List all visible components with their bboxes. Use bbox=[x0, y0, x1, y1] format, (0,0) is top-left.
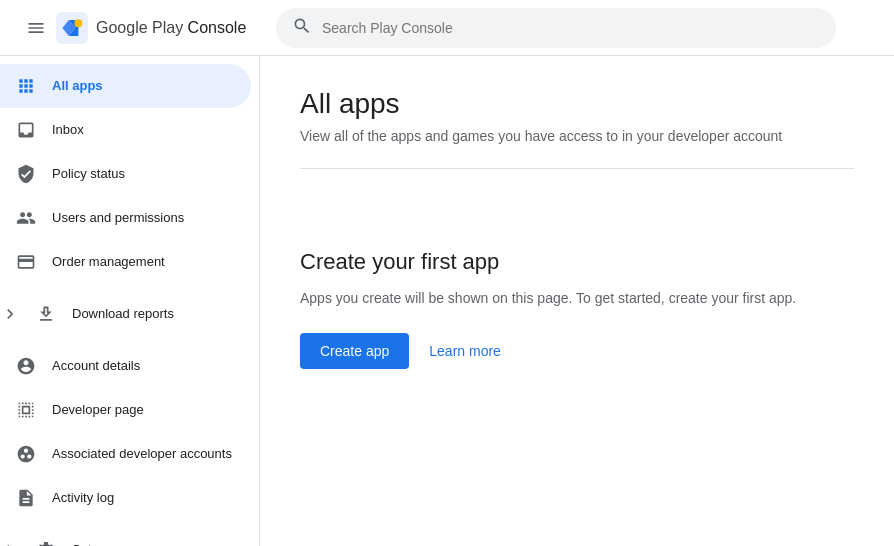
main-content: All apps View all of the apps and games … bbox=[260, 56, 894, 546]
sidebar-item-activity-label: Activity log bbox=[52, 490, 114, 507]
cta-section: Create your first app Apps you create wi… bbox=[300, 249, 854, 369]
sidebar-item-associated-label: Associated developer accounts bbox=[52, 446, 232, 463]
description-icon bbox=[16, 488, 36, 508]
page-title: All apps bbox=[300, 88, 854, 120]
logo-text: Google Play Console bbox=[96, 19, 246, 37]
header: Google Play Console bbox=[0, 0, 894, 56]
sidebar-item-download-label: Download reports bbox=[72, 306, 174, 323]
body: All apps Inbox Policy status bbox=[0, 56, 894, 546]
sidebar-item-developer-page[interactable]: Developer page bbox=[0, 388, 251, 432]
sidebar-item-order-label: Order management bbox=[52, 254, 165, 271]
sidebar-item-inbox[interactable]: Inbox bbox=[0, 108, 251, 152]
sidebar-item-activity-log[interactable]: Activity log bbox=[0, 476, 251, 520]
inbox-icon bbox=[16, 120, 36, 140]
sidebar-item-users-label: Users and permissions bbox=[52, 210, 184, 227]
grid-icon bbox=[16, 76, 36, 96]
sidebar-item-associated-accounts[interactable]: Associated developer accounts bbox=[0, 432, 251, 476]
sidebar-item-all-apps[interactable]: All apps bbox=[0, 64, 251, 108]
credit-card-icon bbox=[16, 252, 36, 272]
svg-point-1 bbox=[74, 19, 82, 27]
search-bar[interactable] bbox=[276, 8, 836, 48]
search-icon bbox=[292, 16, 312, 40]
group-work-icon bbox=[16, 444, 36, 464]
search-input[interactable] bbox=[322, 20, 820, 36]
create-app-button[interactable]: Create app bbox=[300, 333, 409, 369]
cta-text: Apps you create will be shown on this pa… bbox=[300, 287, 854, 309]
developer-icon bbox=[16, 400, 36, 420]
sidebar-item-developer-label: Developer page bbox=[52, 402, 144, 419]
expand-setup-icon bbox=[0, 530, 20, 546]
settings-icon bbox=[36, 540, 56, 546]
sidebar: All apps Inbox Policy status bbox=[0, 56, 260, 546]
cta-actions: Create app Learn more bbox=[300, 333, 854, 369]
sidebar-item-policy-label: Policy status bbox=[52, 166, 125, 183]
sidebar-item-setup-label: Setup bbox=[72, 542, 106, 546]
sidebar-item-account-details[interactable]: Account details bbox=[0, 344, 251, 388]
cta-title: Create your first app bbox=[300, 249, 854, 275]
hamburger-menu-icon[interactable] bbox=[16, 8, 56, 48]
learn-more-button[interactable]: Learn more bbox=[429, 343, 501, 359]
sidebar-item-all-apps-label: All apps bbox=[52, 78, 103, 95]
sidebar-item-order-management[interactable]: Order management bbox=[0, 240, 251, 284]
expand-icon bbox=[0, 294, 20, 334]
logo-icon bbox=[56, 12, 88, 44]
sidebar-item-account-label: Account details bbox=[52, 358, 140, 375]
logo[interactable]: Google Play Console bbox=[56, 12, 246, 44]
header-left: Google Play Console bbox=[16, 8, 276, 48]
page-subtitle: View all of the apps and games you have … bbox=[300, 128, 854, 144]
divider bbox=[300, 168, 854, 169]
sidebar-item-users-permissions[interactable]: Users and permissions bbox=[0, 196, 251, 240]
sidebar-item-download-reports[interactable]: Download reports bbox=[0, 284, 251, 344]
shield-icon bbox=[16, 164, 36, 184]
sidebar-item-policy-status[interactable]: Policy status bbox=[0, 152, 251, 196]
people-icon bbox=[16, 208, 36, 228]
account-circle-icon bbox=[16, 356, 36, 376]
download-icon bbox=[36, 304, 56, 324]
sidebar-item-setup[interactable]: Setup bbox=[0, 520, 251, 546]
sidebar-item-inbox-label: Inbox bbox=[52, 122, 84, 139]
